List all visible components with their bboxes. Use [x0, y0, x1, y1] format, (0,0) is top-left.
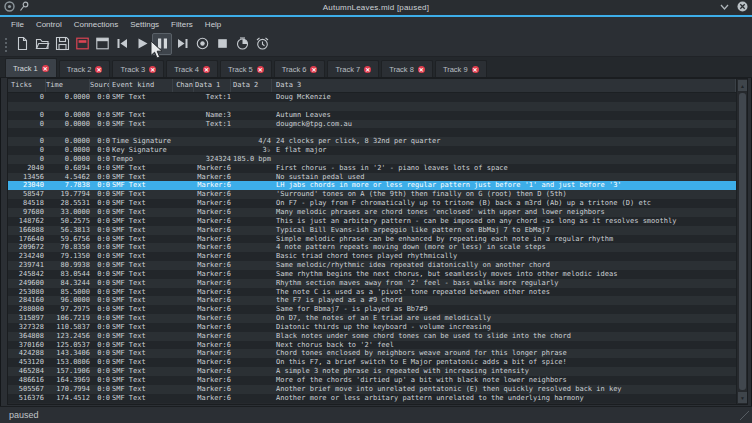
tab-close-icon[interactable]: ✕	[310, 66, 317, 73]
cell-chan	[173, 341, 194, 350]
menu-file[interactable]: File	[5, 18, 30, 31]
metronome-button[interactable]	[252, 33, 272, 55]
shade-window-button[interactable]	[720, 4, 729, 10]
save-file-button[interactable]	[52, 33, 72, 55]
toolbar-drag-handle[interactable]	[3, 36, 9, 52]
event-row[interactable]: 315897106.72190:0SMF TextMarker:6On D7, …	[8, 314, 736, 323]
tab-track-6[interactable]: Track 6✕	[274, 60, 326, 78]
tab-close-icon[interactable]: ✕	[149, 66, 156, 73]
event-row[interactable]: 00.00000:0Time Signature4/424 clocks per…	[8, 137, 736, 146]
cell-ticks: 505567	[8, 385, 46, 394]
open-file-button[interactable]	[32, 33, 52, 55]
column-header-time[interactable]: Time	[46, 79, 90, 92]
event-row[interactable]: 24584283.05440:0SMF TextMarker:6Same rhy…	[8, 270, 736, 279]
event-row[interactable]: 25308085.50000:0SMF TextMarker:6The note…	[8, 288, 736, 297]
tab-close-icon[interactable]: ✕	[472, 66, 479, 73]
event-row[interactable]: 453120153.08060:0SMF TextMarker:6On this…	[8, 358, 736, 367]
event-row[interactable]: 23974180.99380:0SMF TextMarker:6Same mel…	[8, 261, 736, 270]
column-header-data-3[interactable]: Data 3	[272, 79, 736, 92]
cell-d2	[231, 243, 272, 252]
resize-grip-icon[interactable]	[740, 411, 749, 420]
player-window-toggle-button[interactable]	[92, 33, 112, 55]
event-row[interactable]: 28800097.29750:0SMF TextMarker:6Same for…	[8, 305, 736, 314]
timer-button[interactable]	[232, 33, 252, 55]
event-row[interactable]: 424288143.34060:0SMF TextMarker:6Chord t…	[8, 349, 736, 358]
skip-forward-button[interactable]	[172, 33, 192, 55]
event-row[interactable]: 23424079.13500:0SMF TextMarker:6Basic tr…	[8, 252, 736, 261]
menu-connections[interactable]: Connections	[68, 18, 124, 31]
text-events-window-toggle-button[interactable]	[72, 33, 92, 55]
column-header-data-1[interactable]: Data 1	[194, 79, 231, 92]
tab-close-icon[interactable]: ✕	[203, 66, 210, 73]
scroll-down-button[interactable]: ▼	[738, 392, 747, 403]
tab-track-8[interactable]: Track 8✕	[381, 60, 433, 78]
tab-track-5[interactable]: Track 5✕	[220, 60, 272, 78]
column-header-data-2[interactable]: Data 2	[231, 79, 272, 92]
record-button[interactable]	[192, 33, 212, 55]
pause-button[interactable]	[152, 33, 172, 55]
stop-button[interactable]	[212, 33, 232, 55]
menu-help[interactable]: Help	[199, 18, 227, 31]
column-header-source[interactable]: Source	[90, 79, 110, 92]
menu-control[interactable]: Control	[30, 18, 68, 31]
menu-filters[interactable]: Filters	[165, 18, 199, 31]
event-row[interactable]: 00.00000:0Tempo324324185.0 bpm	[8, 155, 736, 164]
close-window-button[interactable]	[737, 1, 748, 12]
event-row[interactable]: 134564.54620:0SMF TextMarker:6No sustain…	[8, 173, 736, 182]
event-table-header[interactable]: TicksTimeSourceEvent kindChanData 1Data …	[8, 79, 736, 93]
tab-track-1[interactable]: Track 1✕	[5, 58, 57, 78]
tab-track-9[interactable]: Track 9✕	[435, 60, 487, 78]
event-row[interactable]	[8, 128, 736, 137]
event-row[interactable]: 5854719.77940:0SMF TextMarker:6'Surround…	[8, 190, 736, 199]
event-row[interactable]: 00.00000:0SMF TextText:1dougmck@tpg.com.…	[8, 120, 736, 129]
event-row[interactable]: 364808123.24560:0SMF TextMarker:6Black n…	[8, 332, 736, 341]
event-row[interactable]: 16688856.38130:0SMF TextMarker:6Typical …	[8, 226, 736, 235]
tab-track-2[interactable]: Track 2✕	[59, 60, 111, 78]
event-row[interactable]: 20967270.83500:0SMF TextMarker:64 note p…	[8, 243, 736, 252]
event-row[interactable]: 00.00000:0SMF TextName:3Autumn Leaves	[8, 111, 736, 120]
cell-time: 174.4512	[46, 394, 90, 403]
cell-d2	[231, 296, 272, 305]
play-button[interactable]	[132, 33, 152, 55]
event-row-selected[interactable]: 230407.78380:0SMF TextMarker:6LH jabs ch…	[8, 181, 736, 190]
pin-icon[interactable]	[19, 1, 29, 12]
event-row[interactable]: 17664059.67560:0SMF TextMarker:6Simple m…	[8, 235, 736, 244]
event-row[interactable]: 20400.68940:0SMF TextMarker:6First choru…	[8, 164, 736, 173]
tab-close-icon[interactable]: ✕	[42, 65, 49, 72]
event-row[interactable]: 14876250.25750:0SMF TextMarker:6This is …	[8, 217, 736, 226]
tab-close-icon[interactable]: ✕	[95, 66, 102, 73]
event-row[interactable]: 8451828.55310:0SMF TextMarker:6On F7 - p…	[8, 199, 736, 208]
event-row[interactable]: 370160125.05370:0SMF TextMarker:6Next ch…	[8, 341, 736, 350]
cell-chan	[173, 173, 194, 182]
event-row[interactable]	[8, 102, 736, 111]
tab-track-3[interactable]: Track 3✕	[112, 60, 164, 78]
skip-backward-button[interactable]	[112, 33, 132, 55]
cell-source: 0:0	[90, 279, 110, 288]
application-window: { "window": { "title": "AutumnLeaves.mid…	[0, 0, 752, 423]
event-row[interactable]: 505567170.79940:0SMF TextMarker:6Another…	[8, 385, 736, 394]
tab-track-4[interactable]: Track 4✕	[166, 60, 218, 78]
column-header-ticks[interactable]: Ticks	[8, 79, 46, 92]
event-row[interactable]: 465284157.19060:0SMF TextMarker:6A simpl…	[8, 367, 736, 376]
column-header-chan[interactable]: Chan	[173, 79, 194, 92]
tab-track-7[interactable]: Track 7✕	[327, 60, 379, 78]
event-row[interactable]: 00.00000:0Key Signature3♭E flat major	[8, 146, 736, 155]
menu-settings[interactable]: Settings	[124, 18, 165, 31]
stop-icon	[215, 36, 230, 51]
scrollbar-handle[interactable]	[739, 93, 746, 390]
event-row[interactable]: 00.00000:0SMF TextText:1Doug McKenzie	[8, 93, 736, 102]
vertical-scrollbar[interactable]: ▲ ▼	[736, 79, 747, 404]
event-row[interactable]: 24960084.32440:0SMF TextMarker:6Rhythm s…	[8, 279, 736, 288]
tab-close-icon[interactable]: ✕	[257, 66, 264, 73]
event-row[interactable]: 28416096.00000:0SMF TextMarker:6the F7 i…	[8, 296, 736, 305]
event-row[interactable]: 327328110.58370:0SMF TextMarker:6Diatoni…	[8, 323, 736, 332]
scroll-up-button[interactable]: ▲	[738, 80, 747, 91]
tab-close-icon[interactable]: ✕	[418, 66, 425, 73]
event-row[interactable]: 486616164.39690:0SMF TextMarker:6More of…	[8, 376, 736, 385]
event-row[interactable]: 9768033.00000:0SMF TextMarker:6Many melo…	[8, 208, 736, 217]
cell-ticks: 364808	[8, 332, 46, 341]
tab-close-icon[interactable]: ✕	[364, 66, 371, 73]
new-file-button[interactable]	[12, 33, 32, 55]
event-row[interactable]: 516376174.45120:0SMF TextMarker:6Another…	[8, 394, 736, 403]
column-header-event-kind[interactable]: Event kind	[110, 79, 173, 92]
